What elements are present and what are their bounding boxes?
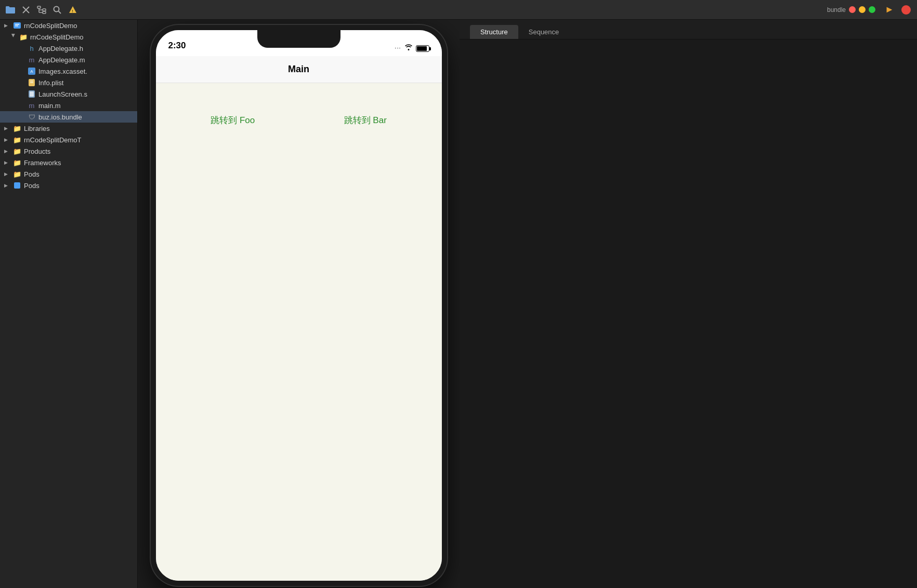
arrow-collapsed: ▶ [4,183,10,188]
folder-icon: 📁 [19,33,28,41]
sidebar-item-appdelegate-h[interactable]: ▶ h AppDelegate.h [0,43,137,54]
svg-rect-3 [43,9,46,11]
content-area: 2:30 ··· Main 跳转到 Foo [138,20,460,588]
arrow-collapsed: ▶ [4,149,10,154]
file-main-icon: m [27,101,36,110]
wifi-icon [404,44,413,52]
warning-icon[interactable]: ! [67,4,79,16]
toolbar: ! bundle ► [0,0,917,20]
bundle-label: bundle [827,6,846,14]
button-foo[interactable]: 跳转到 Foo [211,114,255,126]
sidebar-item-rncodeT[interactable]: ▶ 📁 rnCodeSplitDemoT [0,134,137,145]
sidebar-products-label: Products [24,148,50,155]
sidebar-item-appdelegate-m[interactable]: ▶ m AppDelegate.m [0,54,137,65]
sidebar-item-launchscreen[interactable]: ▶ LaunchScreen.s [0,88,137,100]
folder-libraries-icon: 📁 [12,124,22,132]
sidebar-item-products[interactable]: ▶ 📁 Products [0,145,137,157]
right-tabs: Structure Sequence [460,20,917,39]
traffic-yellow [859,6,866,13]
file-pods-icon [12,181,22,190]
tab-sequence[interactable]: Sequence [518,25,570,39]
main-area: ▶ rnCodeSplitDemo ▶ 📁 rnCodeSplitDemo ▶ … [0,20,917,588]
sidebar-images-label: Images.xcasset. [38,68,87,75]
svg-rect-2 [37,6,41,8]
file-m-icon: m [27,56,36,64]
project-icon [12,21,22,30]
file-h-icon: h [27,44,36,52]
search-icon[interactable] [51,4,63,16]
sidebar-infoplist-label: Info.plist [38,79,63,87]
sidebar-folder-label: rnCodeSplitDemo [30,33,84,41]
sidebar-item-images[interactable]: ▶ A Images.xcasset. [0,65,137,77]
sidebar-item-folder-rn[interactable]: ▶ 📁 rnCodeSplitDemo [0,31,137,43]
record-button[interactable] [899,3,913,17]
plist-icon [27,78,36,87]
folder-frameworks-icon: 📁 [12,158,22,167]
sidebar-item-frameworks[interactable]: ▶ 📁 Frameworks [0,157,137,168]
sidebar-pods-folder-label: Pods [24,170,40,178]
tab-structure[interactable]: Structure [470,25,518,39]
sidebar-item-pods-file[interactable]: ▶ Pods [0,180,137,191]
battery-icon [416,44,429,52]
phone-nav-bar: Main [156,56,442,83]
sidebar-libraries-label: Libraries [24,125,50,132]
arrow-collapsed: ▶ [4,160,10,165]
folder-pods-icon: 📁 [12,170,22,178]
svg-rect-14 [15,25,18,26]
traffic-green [869,6,875,13]
folder-products-icon: 📁 [12,147,22,155]
sidebar-frameworks-label: Frameworks [24,159,61,167]
xcassets-icon: A [27,67,36,75]
svg-rect-22 [14,182,20,189]
hierarchy-icon[interactable] [35,4,48,16]
sidebar-item-main-m[interactable]: ▶ m main.m [0,100,137,111]
button-bar[interactable]: 跳转到 Bar [344,114,387,126]
sidebar-rncodeT-label: rnCodeSplitDemoT [24,136,82,144]
sidebar-launchscreen-label: LaunchScreen.s [38,90,87,98]
sidebar-item-info-plist[interactable]: ▶ Info.plist [0,77,137,88]
sidebar-item-bundle[interactable]: ▶ 🛡 buz.ios.bundle [0,111,137,123]
phone-nav-title: Main [288,64,309,75]
status-icons: ··· [395,44,429,52]
svg-line-10 [59,11,61,14]
traffic-lights [849,6,875,13]
signal-dots: ··· [395,45,401,51]
svg-rect-21 [30,91,34,97]
arrow-open-icon: ▶ [11,34,16,40]
arrow-collapsed: ▶ [4,171,10,177]
folder-icon[interactable] [4,4,17,16]
storyboard-icon [27,90,36,98]
svg-rect-13 [15,24,19,25]
sidebar-root-label: rnCodeSplitDemo [24,22,77,30]
sidebar-bundle-label: buz.ios.bundle [38,113,82,121]
arrow-icon[interactable]: ► [883,3,896,17]
svg-text:A: A [30,69,33,74]
arrow-collapsed: ▶ [4,126,10,131]
status-time: 2:30 [168,41,186,52]
sidebar-pods-file-label: Pods [24,182,40,190]
sidebar-appdelegate-m-label: AppDelegate.m [38,56,85,64]
sidebar-item-pods-folder[interactable]: ▶ 📁 Pods [0,168,137,180]
sidebar-mainm-label: main.m [38,102,61,110]
phone-app-content: 跳转到 Foo 跳转到 Bar [156,83,442,581]
svg-point-9 [54,6,59,11]
right-panel: Structure Sequence [460,20,917,588]
iphone-mockup: 2:30 ··· Main 跳转到 Foo [151,25,447,586]
folder-rncodeT-icon: 📁 [12,136,22,144]
right-content [460,39,917,588]
arrow-icon: ▶ [4,23,10,28]
svg-text:!: ! [72,8,73,13]
sidebar-item-root-project[interactable]: ▶ rnCodeSplitDemo [0,20,137,31]
sidebar: ▶ rnCodeSplitDemo ▶ 📁 rnCodeSplitDemo ▶ … [0,20,138,588]
sidebar-item-libraries[interactable]: ▶ 📁 Libraries [0,123,137,134]
iphone-notch [257,30,340,48]
close-icon[interactable] [20,4,32,16]
svg-rect-4 [43,11,46,14]
sidebar-appdelegate-h-label: AppDelegate.h [38,45,83,52]
arrow-collapsed: ▶ [4,137,10,142]
bundle-file-icon: 🛡 [27,113,36,121]
traffic-red [849,6,856,13]
